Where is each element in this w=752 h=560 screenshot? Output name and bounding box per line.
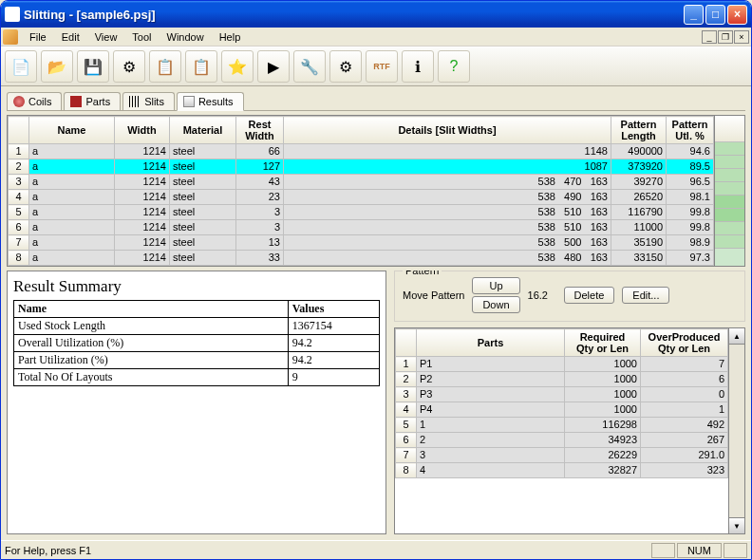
menu-tool[interactable]: Tool — [124, 29, 159, 45]
gear-button[interactable]: ⚙ — [329, 50, 362, 83]
mdi-restore-button[interactable]: ❐ — [718, 30, 733, 44]
col-pattern-utl[interactable]: Pattern Utl. % — [667, 117, 714, 144]
pattern-legend: Pattern — [403, 271, 442, 276]
summary-row: Used Stock Length1367154 — [14, 318, 380, 335]
table-row[interactable]: 1a1214steel66114849000094.6 — [9, 144, 714, 159]
slits-icon — [129, 96, 141, 107]
col-material[interactable]: Material — [170, 117, 236, 144]
parts-col-parts[interactable]: Parts — [417, 329, 565, 357]
parts-scrollbar[interactable]: ▲ ▼ — [729, 327, 745, 534]
down-button[interactable]: Down — [472, 296, 519, 313]
table-row[interactable]: 51116298492 — [396, 418, 728, 433]
lower-panels: Result Summary Name Values Used Stock Le… — [7, 271, 745, 534]
toolbar: 📄 📂 💾 ⚙ 📋 📋 ⭐ ▶ 🔧 ⚙ RTF ℹ ? — [1, 47, 751, 86]
save-button[interactable]: 💾 — [77, 50, 109, 83]
edit-button[interactable]: Edit... — [622, 287, 669, 304]
paste-button[interactable]: 📋 — [185, 50, 217, 83]
config-button[interactable]: 🔧 — [293, 50, 326, 83]
menu-help[interactable]: Help — [212, 29, 249, 45]
col-pattern-length[interactable]: Pattern Length — [611, 117, 667, 144]
tab-slits-label: Slits — [144, 96, 164, 107]
new-button[interactable]: 📄 — [5, 50, 37, 83]
table-row[interactable]: 8432827323 — [396, 463, 728, 478]
parts-col-required[interactable]: Required Qty or Len — [565, 329, 641, 357]
table-row[interactable]: 5a1214steel3538 510 16311679099.8 — [9, 205, 714, 220]
summary-col-values: Values — [288, 301, 379, 318]
pattern-value: 16.2 — [528, 289, 556, 301]
results-icon — [183, 96, 195, 107]
table-row[interactable]: 3a1214steel43538 470 1633927096.5 — [9, 175, 714, 190]
results-grid-wrap: Name Width Material Rest Width Details [… — [7, 115, 745, 267]
results-grid[interactable]: Name Width Material Rest Width Details [… — [7, 115, 715, 267]
scroll-up-icon[interactable]: ▲ — [729, 328, 744, 345]
tab-coils[interactable]: Coils — [7, 92, 62, 110]
titlebar: Slitting - [sample6.psj] _ □ × — [1, 1, 751, 28]
menu-edit[interactable]: Edit — [54, 29, 87, 45]
menu-view[interactable]: View — [87, 29, 125, 45]
mdi-app-icon — [3, 29, 18, 45]
col-rest-width[interactable]: Rest Width — [236, 117, 284, 144]
col-width[interactable]: Width — [115, 117, 170, 144]
minimize-button[interactable]: _ — [684, 5, 704, 25]
mdi-close-button[interactable]: × — [734, 30, 749, 44]
maximize-button[interactable]: □ — [705, 5, 725, 25]
summary-panel: Result Summary Name Values Used Stock Le… — [7, 271, 386, 534]
parts-grid-wrap: Parts Required Qty or Len OverProduced Q… — [394, 327, 745, 534]
parts-icon — [70, 96, 82, 107]
menu-window[interactable]: Window — [160, 29, 212, 45]
status-help: For Help, press F1 — [5, 545, 91, 556]
scroll-down-icon[interactable]: ▼ — [729, 517, 744, 533]
run-button[interactable]: ▶ — [257, 50, 290, 83]
table-row[interactable]: 8a1214steel33538 480 1633315097.3 — [9, 251, 714, 266]
info-button[interactable]: ℹ — [402, 50, 434, 83]
mdi-buttons: _ ❐ × — [702, 30, 749, 44]
mdi-minimize-button[interactable]: _ — [702, 30, 717, 44]
table-row[interactable]: 4a1214steel23538 490 1632652098.1 — [9, 190, 714, 205]
table-row[interactable]: 4P410001 — [396, 402, 728, 418]
parts-grid[interactable]: Parts Required Qty or Len OverProduced Q… — [394, 327, 729, 534]
summary-table: Name Values Used Stock Length1367154Over… — [13, 300, 380, 386]
parts-col-overproduced[interactable]: OverProduced Qty or Len — [641, 329, 728, 357]
statusbar: For Help, press F1 NUM — [1, 540, 751, 559]
help-button[interactable]: ? — [438, 50, 470, 83]
tab-results[interactable]: Results — [177, 92, 244, 111]
menu-file[interactable]: File — [22, 29, 54, 45]
tab-parts[interactable]: Parts — [64, 92, 121, 110]
content-area: Coils Parts Slits Results Name Width Mat… — [1, 86, 751, 540]
favorite-button[interactable]: ⭐ — [221, 50, 254, 83]
window-title: Slitting - [sample6.psj] — [24, 8, 684, 22]
status-num: NUM — [677, 543, 722, 558]
move-pattern-label: Move Pattern — [403, 289, 464, 301]
status-blank — [651, 543, 675, 558]
up-button[interactable]: Up — [472, 277, 519, 294]
copy-button[interactable]: 📋 — [149, 50, 181, 83]
col-rownum[interactable] — [9, 117, 29, 144]
close-button[interactable]: × — [727, 5, 747, 25]
table-row[interactable]: 7a1214steel13538 500 1633519098.9 — [9, 235, 714, 251]
tab-parts-label: Parts — [85, 96, 110, 107]
window-buttons: _ □ × — [684, 5, 747, 25]
summary-row: Part Utilization (%)94.2 — [14, 352, 380, 369]
settings-button[interactable]: ⚙ — [113, 50, 145, 83]
rtf-button[interactable]: RTF — [366, 50, 398, 83]
table-row[interactable]: 2a1214steel127108737392089.5 — [9, 159, 714, 175]
color-column — [715, 115, 745, 267]
tab-bar: Coils Parts Slits Results — [7, 92, 745, 111]
table-row[interactable]: 7326229291.0 — [396, 448, 728, 463]
table-row[interactable]: 6234923267 — [396, 433, 728, 448]
summary-row: Overall Utilization (%)94.2 — [14, 335, 380, 352]
delete-button[interactable]: Delete — [564, 287, 615, 304]
parts-col-rownum[interactable] — [396, 329, 417, 357]
right-column: Pattern Move Pattern Up Down 16.2 Delete… — [394, 271, 745, 534]
coils-icon — [13, 96, 25, 107]
summary-col-name: Name — [14, 301, 289, 318]
table-row[interactable]: 6a1214steel3538 510 1631100099.8 — [9, 220, 714, 235]
menubar: File Edit View Tool Window Help _ ❐ × — [1, 28, 751, 47]
col-details[interactable]: Details [Slit Widths] — [284, 117, 611, 144]
open-button[interactable]: 📂 — [41, 50, 73, 83]
table-row[interactable]: 3P310000 — [396, 387, 728, 402]
table-row[interactable]: 1P110007 — [396, 357, 728, 372]
col-name[interactable]: Name — [29, 117, 115, 144]
table-row[interactable]: 2P210006 — [396, 372, 728, 387]
tab-slits[interactable]: Slits — [122, 92, 175, 110]
